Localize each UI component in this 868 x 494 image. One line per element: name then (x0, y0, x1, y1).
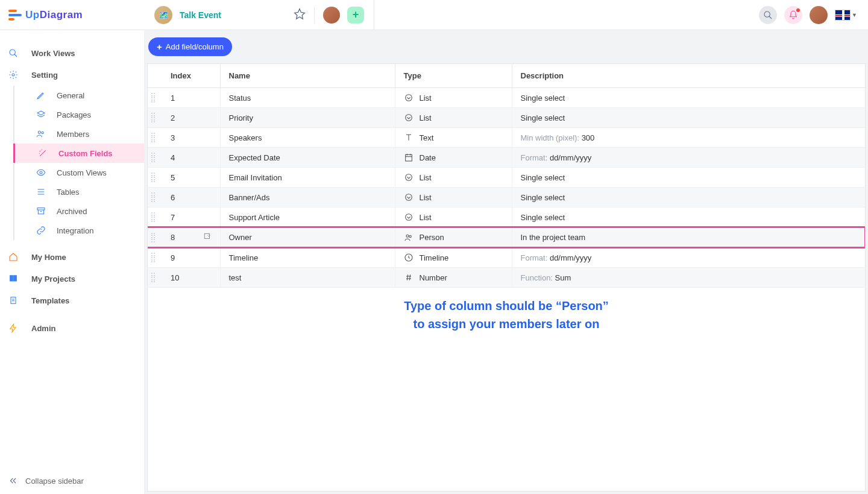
gear-icon (8, 70, 31, 80)
table-row[interactable]: 7Support ArticleListSingle select (148, 207, 865, 227)
search-icon (763, 10, 773, 20)
cell-index: 2 (162, 108, 220, 128)
drag-handle[interactable] (148, 148, 162, 168)
toolbar: + Add field/column (145, 30, 868, 63)
star-icon[interactable] (294, 8, 306, 22)
drag-handle[interactable] (148, 268, 162, 288)
logo[interactable]: UpDiagram (0, 0, 145, 30)
bolt-icon (8, 323, 31, 333)
cell-description: Single select (512, 168, 865, 188)
wand-icon (38, 148, 58, 158)
drag-handle[interactable] (148, 248, 162, 268)
sidebar-item-tables[interactable]: Tables (14, 182, 144, 201)
cell-type: Number (395, 268, 512, 288)
cell-name: test (220, 268, 395, 288)
th-index[interactable]: Index (162, 64, 220, 88)
collapse-label: Collapse sidebar (25, 477, 84, 486)
table-row[interactable]: 2PriorityListSingle select (148, 108, 865, 128)
table-row[interactable]: 3SpeakersTextMin width (pixel): 300 (148, 128, 865, 148)
text-icon (404, 133, 414, 142)
topbar: UpDiagram 🗺️ Talk Event + ▼ (0, 0, 868, 30)
cell-index: 9 (162, 248, 220, 268)
cell-index: 6 (162, 188, 220, 207)
sidebar-item-archived[interactable]: Archived (14, 201, 144, 221)
table-row[interactable]: 1StatusListSingle select (148, 88, 865, 108)
person-icon (404, 233, 414, 242)
drag-handle[interactable] (148, 128, 162, 148)
sidebar-item-custom-views[interactable]: Custom Views (14, 163, 144, 182)
sidebar-item-setting[interactable]: Setting (0, 64, 144, 86)
notifications-button[interactable] (784, 6, 802, 24)
sidebar-item-myhome[interactable]: My Home (0, 246, 144, 268)
th-name[interactable]: Name (220, 64, 395, 88)
sidebar-item-members[interactable]: Members (14, 124, 144, 144)
cell-name: Email Invitation (220, 168, 395, 188)
search-button[interactable] (759, 6, 777, 24)
table-row[interactable]: 6Banner/AdsListSingle select (148, 188, 865, 207)
cell-description: Single select (512, 88, 865, 108)
sidebar-label: Admin (31, 324, 55, 333)
plus-icon: + (157, 42, 162, 52)
sidebar-label: My Projects (31, 274, 75, 283)
sidebar-item-admin[interactable]: Admin (0, 317, 144, 339)
table-icon (36, 187, 57, 197)
sidebar-item-integration[interactable]: Integration (14, 221, 144, 240)
user-avatar[interactable] (810, 6, 828, 24)
sidebar: Work Views Setting General Packages Memb… (0, 30, 145, 494)
sidebar-item-workviews[interactable]: Work Views (0, 42, 144, 64)
cell-description: Format: dd/mm/yyyy (512, 248, 865, 268)
cell-name: Expected Date (220, 148, 395, 168)
cell-index: 3 (162, 128, 220, 148)
table-row[interactable]: 10testNumberFunction: Sum (148, 268, 865, 288)
th-type[interactable]: Type (395, 64, 512, 88)
add-member-button[interactable]: + (347, 7, 364, 24)
logo-mark-icon (8, 10, 22, 21)
sidebar-item-myprojects[interactable]: My Projects (0, 268, 144, 290)
search-icon (8, 48, 31, 58)
cell-type: Person (395, 227, 512, 248)
drag-handle[interactable] (148, 88, 162, 108)
sidebar-item-packages[interactable]: Packages (14, 105, 144, 124)
cell-description: In the project team (512, 227, 865, 248)
language-switcher[interactable]: ▼ (835, 10, 857, 21)
cell-name: Owner (220, 227, 395, 248)
sidebar-label: Packages (57, 110, 91, 119)
drag-handle[interactable] (148, 207, 162, 227)
cell-name: Timeline (220, 248, 395, 268)
collapse-sidebar-button[interactable]: Collapse sidebar (0, 467, 144, 494)
cell-type: List (395, 88, 512, 108)
table-row[interactable]: 9TimelineTimelineFormat: dd/mm/yyyy (148, 248, 865, 268)
drag-handle[interactable] (148, 168, 162, 188)
archive-icon (36, 206, 57, 216)
list-icon (404, 212, 414, 222)
table-row[interactable]: 8OwnerPersonIn the project team (148, 227, 865, 248)
list-icon (404, 173, 414, 182)
cell-index: 8 (162, 227, 220, 248)
sidebar-label: Templates (31, 296, 69, 305)
th-desc[interactable]: Description (512, 64, 865, 88)
table-row[interactable]: 4Expected DateDateFormat: dd/mm/yyyy (148, 148, 865, 168)
cell-description: Min width (pixel): 300 (512, 128, 865, 148)
project-title[interactable]: Talk Event (180, 10, 221, 20)
timeline-icon (404, 253, 414, 262)
add-field-button[interactable]: + Add field/column (148, 37, 232, 56)
sidebar-label: Setting (31, 71, 58, 80)
table-row[interactable]: 5Email InvitationListSingle select (148, 168, 865, 188)
sidebar-item-general[interactable]: General (14, 86, 144, 105)
svg-point-0 (764, 11, 770, 17)
drag-handle[interactable] (148, 108, 162, 128)
sidebar-item-templates[interactable]: Templates (0, 290, 144, 311)
cell-index: 10 (162, 268, 220, 288)
member-avatar[interactable] (323, 7, 340, 24)
cell-name: Speakers (220, 128, 395, 148)
drag-handle[interactable] (148, 188, 162, 207)
sidebar-label: Custom Fields (58, 149, 113, 158)
project-avatar[interactable]: 🗺️ (154, 6, 172, 24)
cell-name: Support Article (220, 207, 395, 227)
sidebar-item-custom-fields[interactable]: Custom Fields (13, 144, 144, 163)
drag-handle[interactable] (148, 227, 162, 248)
chevrons-left-icon (8, 476, 25, 486)
pencil-icon (36, 90, 57, 100)
cell-index: 5 (162, 168, 220, 188)
edit-icon[interactable] (203, 232, 212, 242)
